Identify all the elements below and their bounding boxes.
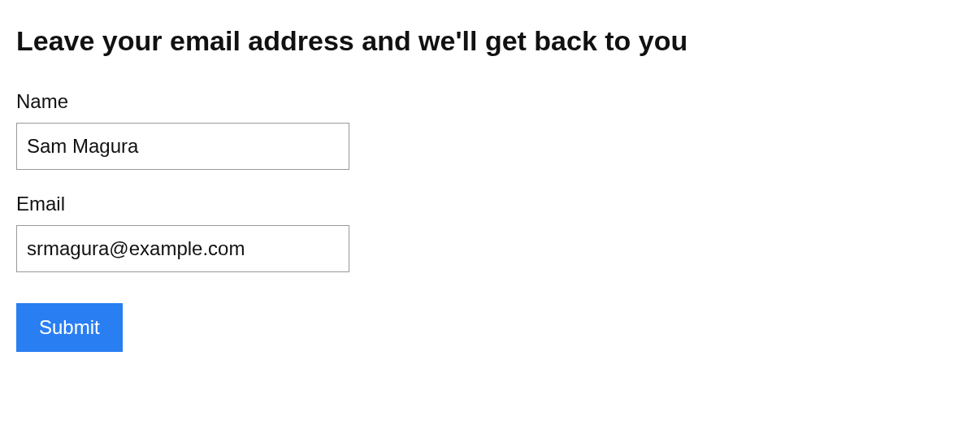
page-title: Leave your email address and we'll get b… — [16, 24, 964, 58]
name-field[interactable] — [16, 123, 349, 170]
email-group: Email — [16, 193, 964, 272]
name-group: Name — [16, 90, 964, 170]
submit-button[interactable]: Submit — [16, 303, 123, 352]
name-label: Name — [16, 90, 964, 113]
email-field[interactable] — [16, 225, 349, 272]
contact-form: Name Email Submit — [16, 90, 964, 352]
email-label: Email — [16, 193, 964, 215]
